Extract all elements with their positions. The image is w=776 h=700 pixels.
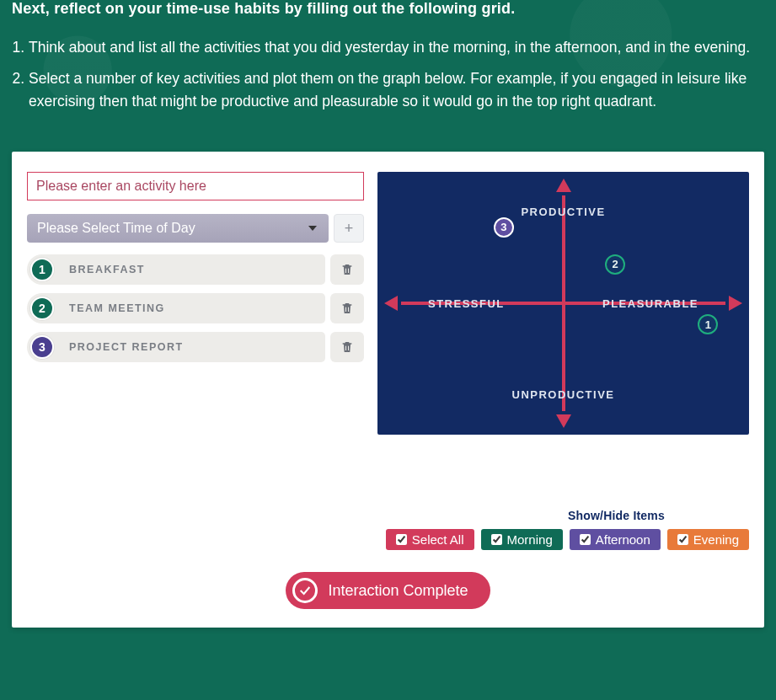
add-activity-button[interactable]: + bbox=[334, 214, 364, 243]
svg-rect-1 bbox=[348, 269, 349, 273]
svg-rect-2 bbox=[345, 307, 346, 312]
activity-label: PROJECT REPORT bbox=[69, 341, 184, 353]
filter-morning-label: Morning bbox=[507, 532, 553, 547]
svg-rect-3 bbox=[348, 307, 349, 312]
page-title: Next, reflect on your time-use habits by… bbox=[12, 0, 764, 18]
activity-item[interactable]: 2TEAM MEETING bbox=[27, 293, 325, 323]
axis-label-left: STRESSFUL bbox=[428, 297, 505, 310]
filter-evening[interactable]: Evening bbox=[667, 529, 749, 550]
activity-label: BREAKFAST bbox=[69, 264, 145, 275]
filter-morning-checkbox[interactable] bbox=[491, 534, 502, 545]
filter-afternoon[interactable]: Afternoon bbox=[570, 529, 661, 550]
check-circle-icon bbox=[292, 578, 318, 603]
delete-activity-button[interactable] bbox=[330, 254, 364, 285]
interaction-complete-button[interactable]: Interaction Complete bbox=[286, 572, 490, 609]
arrow-right-icon bbox=[729, 296, 742, 311]
activity-row: 1BREAKFAST bbox=[27, 254, 364, 285]
chevron-down-icon bbox=[303, 214, 322, 243]
axis-label-bottom: UNPRODUCTIVE bbox=[511, 388, 614, 401]
filter-evening-checkbox[interactable] bbox=[677, 534, 688, 545]
arrow-down-icon bbox=[556, 414, 571, 428]
plot-point[interactable]: 2 bbox=[605, 254, 625, 275]
instruction-item: Select a number of key activities and pl… bbox=[29, 67, 764, 113]
activity-label: TEAM MEETING bbox=[69, 302, 165, 314]
main-panel: Please Select Time of Day + 1BREAKFAST2T… bbox=[12, 152, 764, 628]
trash-icon bbox=[340, 262, 354, 277]
svg-rect-0 bbox=[345, 269, 346, 273]
axis-label-top: PRODUCTIVE bbox=[521, 206, 605, 218]
activity-item[interactable]: 3PROJECT REPORT bbox=[27, 332, 325, 362]
show-hide-title: Show/Hide Items bbox=[27, 509, 749, 522]
delete-activity-button[interactable] bbox=[330, 332, 364, 362]
activity-row: 3PROJECT REPORT bbox=[27, 332, 364, 362]
instruction-list: Think about and list all the activities … bbox=[12, 36, 764, 113]
filter-afternoon-checkbox[interactable] bbox=[580, 534, 591, 545]
axis-label-right: PLEASURABLE bbox=[602, 297, 698, 310]
filter-select-all[interactable]: Select All bbox=[386, 529, 474, 550]
activity-input[interactable] bbox=[27, 172, 364, 200]
plot-point[interactable]: 3 bbox=[494, 217, 514, 238]
arrow-up-icon bbox=[556, 179, 571, 192]
activity-item[interactable]: 1BREAKFAST bbox=[27, 254, 325, 285]
svg-rect-4 bbox=[345, 346, 346, 350]
quadrant-chart[interactable]: PRODUCTIVE UNPRODUCTIVE STRESSFUL PLEASU… bbox=[377, 172, 749, 435]
filter-evening-label: Evening bbox=[693, 532, 739, 547]
time-of-day-select[interactable]: Please Select Time of Day bbox=[27, 214, 329, 243]
filter-morning[interactable]: Morning bbox=[481, 529, 563, 550]
filter-afternoon-label: Afternoon bbox=[596, 532, 650, 547]
delete-activity-button[interactable] bbox=[330, 293, 364, 323]
activity-number-badge: 1 bbox=[30, 258, 54, 281]
arrow-left-icon bbox=[384, 296, 398, 311]
filter-select-all-checkbox[interactable] bbox=[396, 534, 407, 545]
activity-row: 2TEAM MEETING bbox=[27, 293, 364, 323]
interaction-complete-label: Interaction Complete bbox=[328, 582, 468, 600]
filter-select-all-label: Select All bbox=[412, 532, 464, 547]
trash-icon bbox=[340, 301, 354, 316]
trash-icon bbox=[340, 339, 354, 355]
activity-number-badge: 3 bbox=[30, 335, 54, 359]
time-of-day-label: Please Select Time of Day bbox=[27, 214, 329, 243]
plot-point[interactable]: 1 bbox=[698, 314, 718, 334]
svg-rect-5 bbox=[348, 346, 349, 350]
activity-number-badge: 2 bbox=[30, 297, 54, 320]
instruction-item: Think about and list all the activities … bbox=[29, 36, 764, 59]
plus-icon: + bbox=[345, 220, 354, 238]
